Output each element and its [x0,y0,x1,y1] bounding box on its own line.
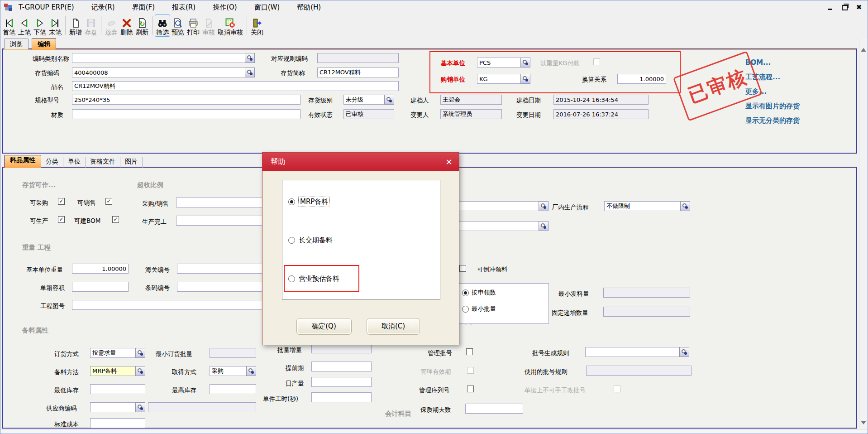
issue-min-batch-option[interactable]: 最小批量 [462,305,496,313]
refresh-button[interactable]: ↻ 刷新 [134,15,150,36]
menu-report[interactable]: 报表(R) [172,3,196,12]
link-show-unclassified[interactable]: 显示无分类的存货 [745,116,800,125]
lead-time-input[interactable] [311,362,372,371]
vertical-scrollbar[interactable] [859,39,868,434]
shelf-days-label: 保质期天数 [420,406,451,414]
sellable-checkbox[interactable] [105,198,112,205]
cancel-button[interactable]: 取消(C) [367,318,420,335]
tab-edit[interactable]: 编辑 [32,38,56,50]
scroll-up-icon[interactable] [861,41,866,47]
tab-images[interactable]: 图片 [120,157,143,168]
option-mrp[interactable]: MRP备料 [288,197,329,207]
toolbar-label: 首笔 [3,29,15,36]
unit-time-input[interactable] [311,392,372,402]
lookup-icon[interactable] [135,348,145,358]
lookup-icon[interactable] [246,366,256,376]
barcode-input[interactable] [177,282,265,292]
add-record-button[interactable]: 新增 [68,15,83,36]
last-record-button[interactable]: 末笔 [48,15,63,36]
pay-by-kg-label: 以重量KG付款 [540,59,580,68]
menu-record[interactable]: 记录(R) [91,3,115,12]
std-cost-input[interactable] [90,418,145,428]
daily-output-input[interactable] [311,377,372,387]
menu-tgroup-erp[interactable]: T-GROUP ERP(E) [19,3,74,11]
link-show-with-images[interactable]: 显示有图片的存货 [745,102,800,111]
pay-by-kg-checkbox [593,58,600,65]
code-category-input[interactable] [72,53,245,63]
restore-icon[interactable] [841,4,848,10]
rule-code-input [317,53,399,63]
tab-classification[interactable]: 分类 [41,157,63,168]
base-weight-input[interactable]: 1.00000 [72,264,129,274]
menu-help[interactable]: 帮助(H) [297,3,321,12]
purchase-sale-ratio-input[interactable] [176,198,265,207]
conversion-input[interactable]: 1.00000 [617,74,666,84]
customs-code-input[interactable] [177,264,265,274]
supplier-name-input [148,402,256,412]
next-record-button[interactable]: 下笔 [32,15,48,36]
minimize-icon[interactable] [827,4,833,10]
lookup-icon[interactable] [135,402,145,412]
min-stock-input[interactable] [90,384,145,394]
max-stock-input[interactable] [210,384,256,394]
bomable-checkbox[interactable] [112,216,119,223]
lookup-icon[interactable] [679,347,689,357]
dialog-close-icon[interactable]: ✕ [444,156,454,167]
batch-rule-input[interactable] [585,347,679,357]
delete-button[interactable]: 删除 [119,15,134,36]
drawing-no-input[interactable] [72,300,265,310]
ok-button[interactable]: 确定(Q) [296,318,352,335]
prev-record-button[interactable]: 上笔 [17,15,32,36]
material-input[interactable] [72,109,300,119]
manage-serial-checkbox[interactable] [467,386,474,392]
creator-input: 王碧会 [440,95,502,105]
manage-batch-checkbox[interactable] [466,348,473,355]
lookup-icon[interactable] [539,221,548,231]
lookup-icon[interactable] [245,53,255,63]
production-done-input[interactable] [176,216,265,226]
menu-interface[interactable]: 界面(F) [132,3,155,12]
print-button[interactable]: 打印 [186,15,201,36]
lookup-icon[interactable] [245,68,255,77]
first-record-button[interactable]: 首笔 [1,15,17,36]
spec-input[interactable]: 250*240*35 [72,95,300,105]
issue-by-request-option[interactable]: 按申领数 [462,289,496,297]
lookup-icon[interactable] [680,201,690,211]
factory-flow-input[interactable]: 不做限制 [604,201,680,211]
lookup-icon[interactable] [539,201,548,211]
item-code-input[interactable]: 400400008 [72,68,245,77]
menu-operate[interactable]: 操作(O) [213,3,237,12]
tab-qualification-files[interactable]: 资格文件 [86,157,120,168]
close-window-icon[interactable]: ✖ [856,4,862,10]
tab-units[interactable]: 单位 [63,157,86,168]
trade-unit-input[interactable]: KG [477,74,520,84]
close-form-button[interactable]: 关闭 [249,15,265,36]
order-mode-input[interactable]: 按需求量 [90,348,135,358]
purchasable-checkbox[interactable] [58,198,65,205]
level-input[interactable]: 未分级 [343,95,384,105]
acquire-mode-input[interactable]: 采购 [210,366,246,376]
cancel-audit-button[interactable]: 取消审核 [216,15,244,36]
menu-window[interactable]: 窗口(W) [254,3,280,12]
item-short-input[interactable]: CR12MOV精料 [317,68,399,77]
lookup-icon[interactable] [520,74,530,84]
option-sales-forecast[interactable]: 营业预估备料 [288,275,339,283]
spare-method-input[interactable]: MRP备料 [90,366,135,376]
item-name-input[interactable]: CR12MOV精料 [72,81,399,91]
backflush-checkbox[interactable] [459,265,466,272]
option-long-lead[interactable]: 长交期备料 [288,236,333,245]
lookup-icon[interactable] [135,366,145,376]
spare-method-label: 备料方法 [54,368,79,376]
filter-button[interactable]: 筛选 [155,14,170,37]
supplier-code-input[interactable] [90,402,135,412]
producible-checkbox[interactable] [58,216,65,223]
base-unit-input[interactable]: PCS [477,58,520,68]
preview-button[interactable]: 预览 [170,15,186,36]
lookup-icon[interactable] [384,95,394,105]
dialog-title-bar[interactable]: 帮助 [262,153,459,171]
lookup-icon[interactable] [520,58,530,68]
tab-item-attributes[interactable]: 料品属性 [4,155,41,168]
box-volume-input[interactable] [72,282,129,292]
shelf-days-input[interactable] [465,404,523,414]
tab-browse[interactable]: 浏览 [4,39,29,49]
